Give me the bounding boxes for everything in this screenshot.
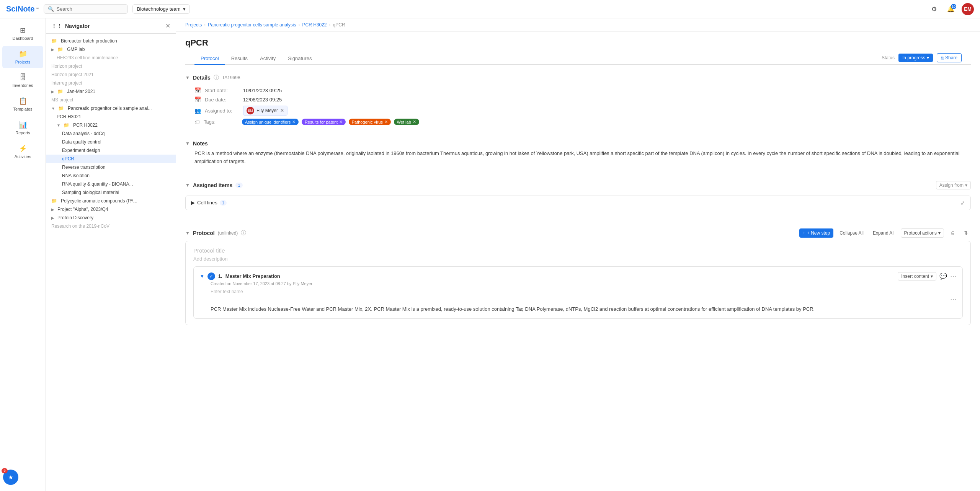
- sidebar-item-inventories[interactable]: 🗄 Inventories: [2, 70, 43, 91]
- settings-button[interactable]: ⚙: [928, 3, 940, 15]
- nav-item[interactable]: ▶📁GMP lab: [46, 45, 176, 54]
- nav-item[interactable]: Horizon project: [46, 62, 176, 70]
- folder-icon: 📁: [57, 89, 63, 94]
- collapse-all-button[interactable]: Collapse All: [836, 229, 867, 237]
- nav-item-label: RNA isolation: [62, 173, 90, 178]
- status-badge[interactable]: In progress ▾: [898, 54, 933, 62]
- folder-icon: 📁: [51, 38, 57, 44]
- calendar-icon: 📅: [194, 87, 201, 93]
- expand-all-button[interactable]: Expand All: [870, 229, 898, 237]
- team-selector[interactable]: Biotechnology team ▾: [132, 4, 189, 14]
- nav-item-label: MS project: [51, 97, 73, 103]
- nav-item[interactable]: 📁Polycyclic aromatic compounds (PA...: [46, 197, 176, 205]
- search-input[interactable]: [56, 6, 118, 12]
- remove-assignee-button[interactable]: ✕: [280, 108, 284, 113]
- nav-item[interactable]: Reverse transcription: [46, 163, 176, 171]
- nav-item[interactable]: ▶Protein Discovery: [46, 214, 176, 222]
- bottom-widget[interactable]: 9 ★: [3, 470, 18, 485]
- nav-item[interactable]: RNA isolation: [46, 171, 176, 180]
- nav-chevron-icon: ▼: [51, 106, 55, 111]
- nav-item[interactable]: Interreg project: [46, 79, 176, 87]
- nav-item[interactable]: Data analysis - ddCq: [46, 129, 176, 138]
- cell-lines-label: Cell lines: [197, 200, 217, 206]
- breadcrumb-experiment[interactable]: Pancreatic progenitor cells sample analy…: [208, 22, 296, 28]
- remove-tag-0[interactable]: ✕: [292, 119, 296, 124]
- remove-tag-2[interactable]: ✕: [384, 119, 388, 124]
- reorder-button[interactable]: ⇅: [961, 229, 971, 237]
- notes-section-header[interactable]: ▼ Notes: [185, 137, 971, 150]
- sidebar-item-activities[interactable]: ⚡ Activities: [2, 140, 43, 163]
- nav-item[interactable]: MS project: [46, 96, 176, 104]
- share-button[interactable]: ⎘ Share: [937, 53, 962, 62]
- notifications-button[interactable]: 🔔 10: [945, 3, 957, 15]
- nav-item[interactable]: ▼📁Pancreatic progenitor cells sample ana…: [46, 104, 176, 113]
- tag-chip-2[interactable]: Pathogenic virus ✕: [349, 119, 391, 125]
- user-avatar[interactable]: EM: [962, 3, 974, 15]
- insert-content-button[interactable]: Insert content ▾: [898, 272, 936, 281]
- navigator-panel: ⋮⋮ Navigator ✕ 📁Bioreactor batch product…: [46, 18, 176, 491]
- navigator-title: ⋮⋮ Navigator: [51, 23, 90, 29]
- nav-item[interactable]: Research on the 2019-nCoV: [46, 222, 176, 230]
- step-1-number: 1.: [218, 273, 222, 279]
- details-section-header[interactable]: ▼ Details ⓘ TA19698: [185, 71, 971, 84]
- nav-item[interactable]: Horizon project 2021: [46, 70, 176, 79]
- tab-signatures[interactable]: Signatures: [282, 52, 318, 65]
- protocol-chevron-icon: ▼: [185, 230, 190, 236]
- new-step-button[interactable]: + + New step: [799, 228, 833, 238]
- nav-item[interactable]: 📁Bioreactor batch production: [46, 37, 176, 45]
- cell-lines-row[interactable]: ▶ Cell lines 1 ⤢: [185, 196, 971, 210]
- nav-item[interactable]: HEK293 cell line maintenance: [46, 54, 176, 62]
- remove-tag-3[interactable]: ✕: [413, 119, 416, 124]
- breadcrumb: Projects › Pancreatic progenitor cells s…: [176, 18, 980, 32]
- nav-item[interactable]: PCR H3021: [46, 113, 176, 121]
- print-button[interactable]: 🖨: [947, 229, 958, 237]
- sidebar-item-dashboard[interactable]: ⊞ Dashboard: [2, 22, 43, 44]
- protocol-title-field[interactable]: Protocol title: [193, 247, 963, 254]
- tab-activity[interactable]: Activity: [254, 52, 282, 65]
- remove-tag-1[interactable]: ✕: [339, 119, 343, 124]
- topbar-right: ⚙ 🔔 10 EM: [928, 3, 974, 15]
- tag-chip-0[interactable]: Assign unique identifiers ✕: [242, 119, 299, 125]
- text-options-button[interactable]: ⋯: [950, 296, 956, 303]
- nav-item[interactable]: ▼📁PCR H3022: [46, 121, 176, 129]
- notes-section: ▼ Notes PCR is a method where an enzyme …: [185, 137, 971, 172]
- assigned-items-chevron-icon: ▼: [185, 183, 190, 188]
- protocol-body: Protocol title Add description ▼ ✓ 1. Ma…: [185, 241, 971, 326]
- sidebar-item-reports[interactable]: 📊 Reports: [2, 117, 43, 139]
- tag-chip-1[interactable]: Results for patent ✕: [302, 119, 346, 125]
- nav-item[interactable]: RNA quality & quantity - BIOANA...: [46, 180, 176, 188]
- nav-item[interactable]: Experiment design: [46, 146, 176, 155]
- nav-item-label: Bioreactor batch production: [61, 38, 117, 44]
- nav-item[interactable]: ▶📁Jan-Mar 2021: [46, 87, 176, 96]
- assign-from-button[interactable]: Assign from ▾: [936, 181, 971, 189]
- assigned-items-count: 1: [235, 183, 242, 188]
- nav-item[interactable]: Sampling biological material: [46, 188, 176, 197]
- tab-results[interactable]: Results: [225, 52, 254, 65]
- sidebar: ⊞ Dashboard 📁 Projects 🗄 Inventories 📋 T…: [0, 18, 46, 491]
- tag-chip-3[interactable]: Wet lab ✕: [394, 119, 419, 125]
- sidebar-item-projects[interactable]: 📁 Projects: [2, 46, 43, 68]
- widget-icon: ★: [8, 475, 13, 480]
- nav-item[interactable]: ▶Project "Alpha", 2023/Q4: [46, 205, 176, 214]
- tags-row: 🏷 Tags: Assign unique identifiers ✕ Resu…: [194, 119, 962, 125]
- nav-item[interactable]: qPCR: [46, 155, 176, 163]
- breadcrumb-projects[interactable]: Projects: [185, 22, 202, 28]
- breadcrumb-pcr[interactable]: PCR H3022: [302, 22, 327, 28]
- step-1-text-input[interactable]: Enter text name: [211, 289, 956, 294]
- search-box[interactable]: 🔍: [44, 4, 128, 14]
- step-options-button[interactable]: ⋯: [950, 272, 956, 280]
- projects-icon: 📁: [19, 50, 27, 58]
- step-1-check: ✓: [207, 272, 215, 280]
- expand-external-icon[interactable]: ⤢: [960, 200, 965, 206]
- nav-item[interactable]: Data quality control: [46, 138, 176, 146]
- protocol-actions-button[interactable]: Protocol actions ▾: [901, 228, 944, 238]
- comment-icon[interactable]: 💬: [939, 272, 947, 280]
- team-name: Biotechnology team: [137, 6, 180, 12]
- navigator-close-button[interactable]: ✕: [165, 22, 170, 29]
- assigned-items-body: ▶ Cell lines 1 ⤢: [185, 196, 971, 218]
- protocol-description-field[interactable]: Add description: [193, 256, 963, 262]
- protocol-section: ▼ Protocol (unlinked) ⓘ + + New step Col…: [185, 224, 971, 326]
- tab-protocol[interactable]: Protocol: [194, 52, 225, 65]
- details-chevron-icon: ▼: [185, 75, 190, 80]
- sidebar-item-templates[interactable]: 📋 Templates: [2, 93, 43, 115]
